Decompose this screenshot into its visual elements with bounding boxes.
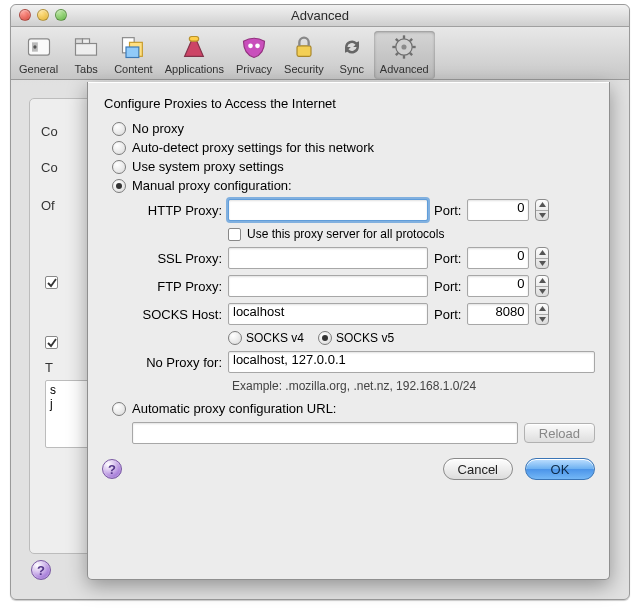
proxy-sheet: Configure Proxies to Access the Internet… [87, 82, 610, 580]
use-for-all-checkbox[interactable] [228, 228, 241, 241]
bg-textfield[interactable]: s j [45, 380, 89, 448]
radio-manual[interactable]: Manual proxy configuration: [112, 178, 595, 193]
svg-rect-0 [28, 39, 49, 55]
reload-button[interactable]: Reload [524, 423, 595, 443]
socks-port-input[interactable]: 8080 [467, 303, 529, 325]
radio-icon [112, 160, 126, 174]
applications-icon [180, 33, 208, 61]
svg-point-10 [248, 44, 253, 49]
radio-label: No proxy [132, 121, 184, 136]
svg-point-14 [402, 44, 407, 49]
radio-system[interactable]: Use system proxy settings [112, 159, 595, 174]
no-proxy-label: No Proxy for: [132, 355, 222, 370]
port-label: Port: [434, 307, 461, 322]
no-proxy-input[interactable]: localhost, 127.0.0.1 [228, 351, 595, 373]
ftp-proxy-input[interactable] [228, 275, 428, 297]
radio-icon [112, 402, 126, 416]
radio-icon [112, 141, 126, 155]
radio-autodetect[interactable]: Auto-detect proxy settings for this netw… [112, 140, 595, 155]
toolbar-sync[interactable]: Sync [330, 31, 374, 79]
help-icon[interactable]: ? [102, 459, 122, 479]
titlebar: Advanced [11, 5, 629, 27]
toolbar-applications[interactable]: Applications [159, 31, 230, 79]
radio-label: Automatic proxy configuration URL: [132, 401, 336, 416]
toolbar-label: General [19, 63, 58, 75]
toolbar-content[interactable]: Content [108, 31, 159, 79]
ftp-port-stepper[interactable] [535, 275, 549, 297]
window-title: Advanced [291, 8, 349, 23]
toolbar-label: Tabs [75, 63, 98, 75]
toolbar-security[interactable]: Security [278, 31, 330, 79]
cancel-button[interactable]: Cancel [443, 458, 513, 480]
toolbar-label: Advanced [380, 63, 429, 75]
manual-proxy-form: HTTP Proxy: Port: 0 Use this proxy serve… [132, 199, 595, 393]
svg-rect-12 [297, 46, 311, 57]
use-for-all-label: Use this proxy server for all protocols [247, 227, 444, 241]
http-proxy-input[interactable] [228, 199, 428, 221]
port-label: Port: [434, 203, 461, 218]
sync-icon [338, 33, 366, 61]
bg-label: T [45, 360, 53, 375]
svg-rect-4 [76, 39, 83, 44]
radio-icon [112, 122, 126, 136]
chevron-up-icon [536, 276, 548, 286]
socks-host-label: SOCKS Host: [132, 307, 222, 322]
ftp-port-input[interactable]: 0 [467, 275, 529, 297]
mask-icon [240, 33, 268, 61]
lock-icon [290, 33, 318, 61]
radio-icon [112, 179, 126, 193]
http-port-input[interactable]: 0 [467, 199, 529, 221]
svg-line-21 [396, 53, 398, 55]
radio-no-proxy[interactable]: No proxy [112, 121, 595, 136]
no-proxy-example: Example: .mozilla.org, .net.nz, 192.168.… [232, 379, 595, 393]
radio-socks-v5[interactable] [318, 331, 332, 345]
svg-line-20 [410, 53, 412, 55]
tabs-icon [72, 33, 100, 61]
ssl-port-input[interactable]: 0 [467, 247, 529, 269]
svg-point-2 [33, 45, 36, 48]
ok-button[interactable]: OK [525, 458, 595, 480]
svg-line-22 [410, 39, 412, 41]
chevron-up-icon [536, 304, 548, 314]
socks-v4-label: SOCKS v4 [246, 331, 304, 345]
autoconfig-url-input[interactable] [132, 422, 518, 444]
radio-label: Manual proxy configuration: [132, 178, 292, 193]
toolbar-advanced[interactable]: Advanced [374, 31, 435, 79]
minimize-icon[interactable] [37, 9, 49, 21]
toolbar-privacy[interactable]: Privacy [230, 31, 278, 79]
close-icon[interactable] [19, 9, 31, 21]
ssl-proxy-label: SSL Proxy: [132, 251, 222, 266]
bg-checkbox[interactable] [45, 276, 58, 289]
ssl-proxy-input[interactable] [228, 247, 428, 269]
zoom-icon[interactable] [55, 9, 67, 21]
svg-rect-9 [190, 37, 199, 42]
ftp-proxy-label: FTP Proxy: [132, 279, 222, 294]
ssl-port-stepper[interactable] [535, 247, 549, 269]
radio-socks-v4[interactable] [228, 331, 242, 345]
bg-checkbox[interactable] [45, 336, 58, 349]
svg-rect-5 [83, 39, 90, 44]
socks-v5-label: SOCKS v5 [336, 331, 394, 345]
content-icon [119, 33, 147, 61]
port-label: Port: [434, 279, 461, 294]
sheet-heading: Configure Proxies to Access the Internet [104, 96, 595, 111]
bg-label: Co [41, 124, 58, 139]
prefs-toolbar: General Tabs Content Applications Privac… [11, 27, 629, 80]
traffic-lights [19, 9, 67, 21]
toolbar-label: Applications [165, 63, 224, 75]
socks-host-input[interactable]: localhost [228, 303, 428, 325]
svg-rect-3 [76, 44, 97, 56]
socks-port-stepper[interactable] [535, 303, 549, 325]
chevron-down-icon [536, 210, 548, 221]
toolbar-general[interactable]: General [13, 31, 64, 79]
toolbar-label: Sync [340, 63, 364, 75]
help-icon[interactable]: ? [31, 560, 51, 580]
radio-autoconfig[interactable]: Automatic proxy configuration URL: [112, 401, 595, 416]
svg-point-11 [255, 44, 260, 49]
http-port-stepper[interactable] [535, 199, 549, 221]
toolbar-tabs[interactable]: Tabs [64, 31, 108, 79]
radio-label: Use system proxy settings [132, 159, 284, 174]
toolbar-label: Security [284, 63, 324, 75]
http-proxy-label: HTTP Proxy: [132, 203, 222, 218]
toolbar-label: Privacy [236, 63, 272, 75]
